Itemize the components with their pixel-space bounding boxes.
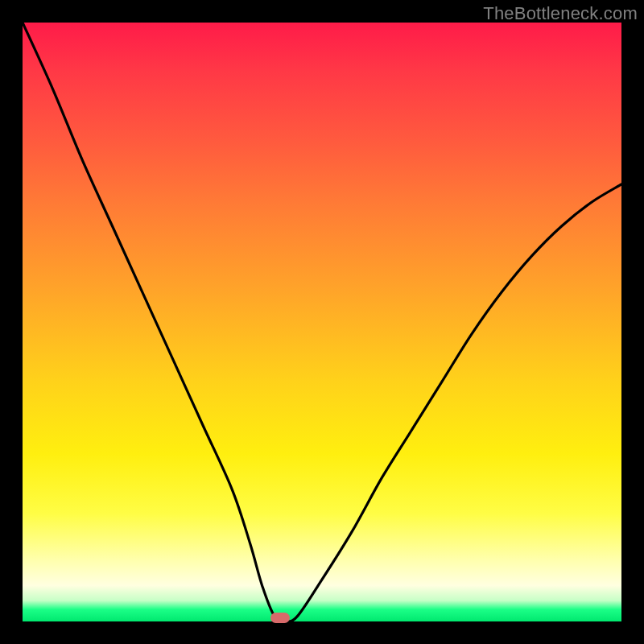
watermark-text: TheBottleneck.com <box>483 3 638 24</box>
curve-path <box>23 23 621 621</box>
chart-frame: TheBottleneck.com <box>0 0 644 644</box>
min-marker <box>270 613 290 623</box>
bottleneck-curve <box>23 23 621 621</box>
plot-area <box>23 23 621 621</box>
